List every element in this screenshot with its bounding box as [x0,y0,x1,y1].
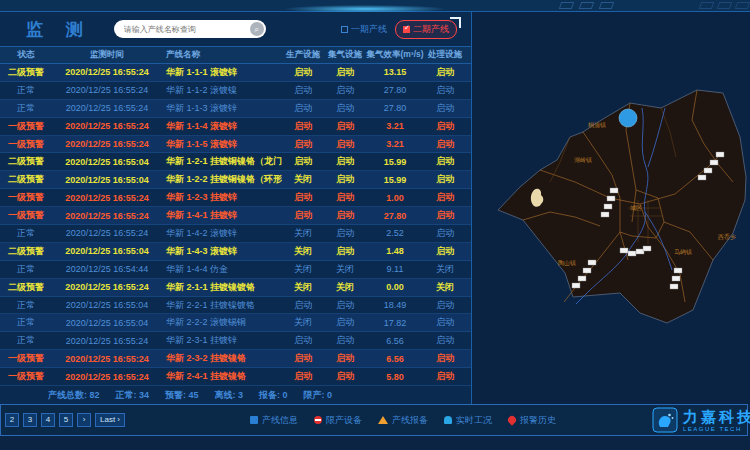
cell-gas-facility: 启动 [324,334,366,347]
cell-time: 2020/12/25 16:55:24 [52,336,162,346]
table-row[interactable]: 一级预警 2020/12/25 16:55:24 华新 1-1-5 滚镀锌 启动… [0,136,471,154]
table-row[interactable]: 正常 2020/12/25 16:55:24 华新 2-3-1 挂镀锌 启动 启… [0,332,471,350]
enterprise-marker[interactable] [610,188,618,193]
table-row[interactable]: 一级预警 2020/12/25 16:55:24 华新 2-4-1 挂镀镍铬 启… [0,368,471,386]
legend-item-restrict[interactable]: 限产设备 [314,414,362,427]
cell-status: 正常 [0,84,52,97]
alert-location-marker[interactable] [619,109,637,127]
enterprise-marker[interactable] [636,249,644,254]
enterprise-marker[interactable] [601,212,609,217]
table-row[interactable]: 正常 2020/12/25 16:55:24 华新 1-4-2 滚镀锌 关闭 启… [0,225,471,243]
cell-line-name: 华新 1-4-2 滚镀锌 [162,227,282,240]
column-header-time: 监测时间 [52,49,162,61]
table-row[interactable]: 一级预警 2020/12/25 16:55:24 华新 1-2-3 挂镀锌 启动… [0,189,471,207]
enterprise-marker[interactable] [674,268,682,273]
enterprise-marker[interactable] [607,196,615,201]
column-header-status: 状态 [0,49,52,61]
enterprise-marker[interactable] [698,175,706,180]
cell-gas-efficiency: 5.80 [366,372,424,382]
phase-toggle-group: 一期产线 二期产线 [341,20,457,39]
cell-line-name: 华新 2-3-1 挂镀锌 [162,334,282,347]
cell-gas-facility: 启动 [324,84,366,97]
table-row[interactable]: 正常 2020/12/25 16:55:24 华新 1-1-2 滚镀镍 启动 启… [0,82,471,100]
enterprise-marker[interactable] [704,168,712,173]
search-icon[interactable]: ⌕ [250,22,264,36]
logo-icon [652,407,678,433]
table-row[interactable]: 二级预警 2020/12/25 16:55:04 华新 1-2-1 挂镀铜镍铬（… [0,153,471,171]
column-header-efficiency: 集气效率(m³/s) [366,49,424,61]
cell-time: 2020/12/25 16:55:04 [52,300,162,310]
search-input[interactable] [124,25,250,34]
table-row[interactable]: 正常 2020/12/25 16:55:04 华新 2-2-2 滚镀锡铜 关闭 … [0,314,471,332]
cell-production-facility: 关闭 [282,281,324,294]
legend-item-history[interactable]: 报警历史 [508,414,556,427]
cell-status: 二级预警 [0,281,52,294]
phase1-toggle[interactable]: 一期产线 [341,23,387,36]
cell-gas-facility: 启动 [324,191,366,204]
enterprise-marker[interactable] [710,160,718,165]
table-row[interactable]: 二级预警 2020/12/25 16:55:04 华新 1-4-3 滚镀锌 关闭… [0,243,471,261]
table-row[interactable]: 一级预警 2020/12/25 16:55:24 华新 1-4-1 挂镀锌 启动… [0,207,471,225]
table-row[interactable]: 一级预警 2020/12/25 16:55:24 华新 2-3-2 挂镀镍铬 启… [0,350,471,368]
page-button[interactable]: 2 [5,413,19,427]
filter-bar: 监 测 ⌕ 一期产线 二期产线 [0,12,471,46]
column-header-treatment: 处理设施 [424,49,466,61]
cell-time: 2020/12/25 16:55:24 [52,372,162,382]
cell-time: 2020/12/25 16:55:04 [52,175,162,185]
cell-gas-efficiency: 15.99 [366,175,424,185]
cell-time: 2020/12/25 16:55:24 [52,354,162,364]
table-row[interactable]: 二级预警 2020/12/25 16:55:04 华新 1-2-2 挂镀铜镍铬（… [0,171,471,189]
cell-line-name: 华新 2-3-2 挂镀镍铬 [162,352,282,365]
enterprise-marker[interactable] [716,152,724,157]
last-page-button[interactable]: Last › [95,413,125,427]
cell-status: 正常 [0,263,52,276]
cell-gas-efficiency: 6.56 [366,336,424,346]
company-logo: 力嘉科技 LEAGUE TECH [652,407,750,433]
table-row[interactable]: 正常 2020/12/25 16:55:24 华新 1-1-3 滚镀锌 启动 启… [0,100,471,118]
next-page-button[interactable]: › [77,413,91,427]
table-row[interactable]: 正常 2020/12/25 16:54:44 华新 1-4-4 仿金 关闭 关闭… [0,261,471,279]
cell-time: 2020/12/25 16:55:24 [52,193,162,203]
decor-shape [579,2,595,9]
legend-item-realtime[interactable]: 实时工况 [444,414,492,427]
cell-gas-efficiency: 3.21 [366,139,424,149]
table-row[interactable]: 二级预警 2020/12/25 16:55:24 华新 1-1-1 滚镀锌 启动… [0,64,471,82]
cell-production-facility: 关闭 [282,263,324,276]
legend-item-info[interactable]: 产线信息 [250,414,298,427]
cell-status: 正常 [0,227,52,240]
enterprise-marker[interactable] [643,246,651,251]
enterprise-marker[interactable] [670,284,678,289]
enterprise-marker[interactable] [604,204,612,209]
cell-production-facility: 启动 [282,352,324,365]
cell-gas-facility: 关闭 [324,281,366,294]
page-button[interactable]: 5 [59,413,73,427]
table-row[interactable]: 一级预警 2020/12/25 16:55:24 华新 1-1-4 滚镀锌 启动… [0,118,471,136]
enterprise-marker[interactable] [672,276,680,281]
enterprise-marker[interactable] [583,268,591,273]
table-row[interactable]: 正常 2020/12/25 16:55:04 华新 2-2-1 挂镀镍镀铬 启动… [0,297,471,315]
enterprise-marker[interactable] [628,251,636,256]
enterprise-marker[interactable] [578,276,586,281]
phase2-toggle[interactable]: 二期产线 [395,20,457,39]
page-button[interactable]: 4 [41,413,55,427]
cell-treatment-facility: 启动 [424,245,466,258]
cell-treatment-facility: 启动 [424,102,466,115]
cell-treatment-facility: 启动 [424,120,466,133]
summary-item: 正常: 34 [116,389,150,402]
enterprise-marker[interactable] [620,248,628,253]
cell-status: 正常 [0,316,52,329]
legend-item-report[interactable]: 产线报备 [378,414,428,427]
cell-gas-facility: 启动 [324,352,366,365]
logo-subtitle: LEAGUE TECH [683,426,750,432]
cell-time: 2020/12/25 16:55:24 [52,85,162,95]
enterprise-marker[interactable] [588,260,596,265]
cell-production-facility: 启动 [282,191,324,204]
cell-production-facility: 关闭 [282,227,324,240]
cell-gas-efficiency: 27.80 [366,85,424,95]
page-button[interactable]: 3 [23,413,37,427]
cell-production-facility: 启动 [282,155,324,168]
district-map[interactable]: 桐浦镇湖岭镇城区西岙乡马屿镇陶山镇 [480,12,750,404]
enterprise-marker[interactable] [572,283,580,288]
table-row[interactable]: 二级预警 2020/12/25 16:55:24 华新 2-1-1 挂镀镍镀铬 … [0,279,471,297]
cell-gas-efficiency: 17.82 [366,318,424,328]
